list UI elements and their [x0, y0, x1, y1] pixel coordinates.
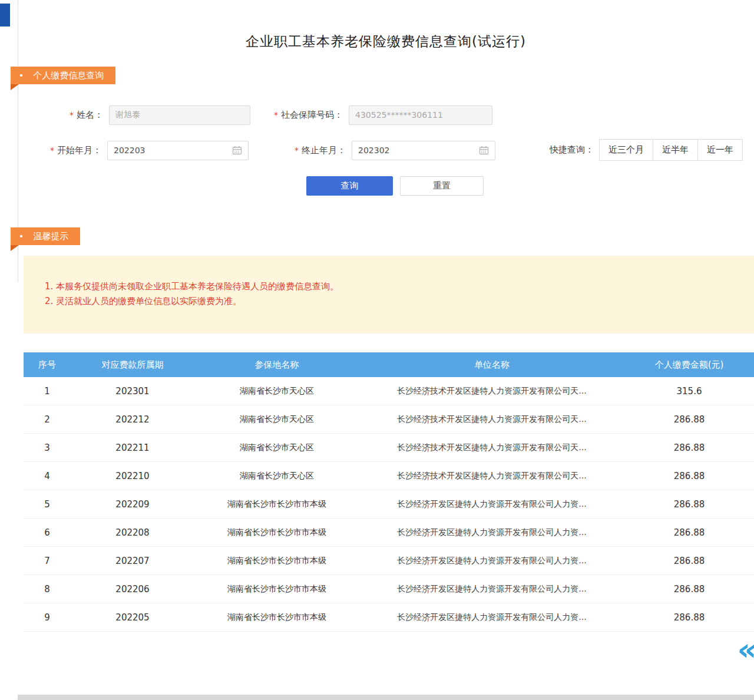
cell-company: 长沙经济开发区捷特人力资源开发有限公司人力资...	[359, 527, 624, 538]
table-row: 8202206湖南省长沙市长沙市市本级长沙经济开发区捷特人力资源开发有限公司人力…	[24, 575, 754, 603]
name-value: 谢旭泰	[115, 110, 140, 120]
cell-area: 湖南省长沙市长沙市市本级	[194, 612, 359, 623]
cell-period: 202212	[71, 414, 194, 425]
ribbon-fold	[11, 245, 19, 251]
cell-area: 湖南省长沙市天心区	[194, 386, 359, 397]
cell-seq: 7	[24, 556, 71, 566]
name-label: *姓名：	[70, 110, 103, 121]
header-cell-period: 对应费款所属期	[71, 359, 194, 371]
header-cell-area: 参保地名称	[194, 359, 359, 371]
cell-amount: 315.6	[624, 386, 754, 397]
cell-period: 202207	[71, 556, 194, 566]
cell-amount: 286.88	[624, 584, 754, 595]
cell-area: 湖南省长沙市天心区	[194, 414, 359, 425]
collapse-chevron-icon[interactable]: «	[736, 634, 754, 665]
table-row: 4202210湖南省长沙市天心区长沙经济技术开发区捷特人力资源开发有限公司天..…	[24, 462, 754, 490]
cell-company: 长沙经济技术开发区捷特人力资源开发有限公司天...	[359, 471, 624, 481]
calendar-icon[interactable]	[232, 146, 242, 155]
payment-table: 序号 对应费款所属期 参保地名称 单位名称 个人缴费金额(元) 1202301湖…	[24, 352, 754, 632]
notice-box: 1. 本服务仅提供尚未领取企业职工基本养老保险待遇人员的缴费信息查询。 2. 灵…	[24, 256, 754, 334]
bottom-scrollbar-track[interactable]	[18, 695, 754, 700]
table-row: 5202209湖南省长沙市长沙市市本级长沙经济开发区捷特人力资源开发有限公司人力…	[24, 490, 754, 519]
cell-period: 202210	[71, 471, 194, 481]
table-row: 9202205湖南省长沙市长沙市市本级长沙经济开发区捷特人力资源开发有限公司人力…	[24, 603, 754, 632]
cell-period: 202208	[71, 527, 194, 538]
ssn-value: 430525******306111	[355, 110, 443, 120]
start-month-input[interactable]: 202203	[107, 141, 249, 160]
end-month-value: 202302	[358, 146, 389, 155]
cell-seq: 2	[24, 414, 71, 425]
required-asterisk: *	[70, 110, 74, 120]
required-asterisk: *	[50, 146, 54, 155]
section-badge-tips-label: 温馨提示	[33, 231, 68, 242]
query-button[interactable]: 查询	[306, 176, 393, 196]
table-header: 序号 对应费款所属期 参保地名称 单位名称 个人缴费金额(元)	[24, 352, 754, 377]
header-cell-seq: 序号	[24, 359, 71, 371]
start-month-label: *开始年月：	[50, 145, 101, 156]
ssn-input[interactable]: 430525******306111	[349, 105, 492, 125]
cell-amount: 286.88	[624, 414, 754, 425]
cell-company: 长沙经济开发区捷特人力资源开发有限公司人力资...	[359, 584, 624, 595]
cell-period: 202211	[71, 443, 194, 453]
end-month-field-group: *终止年月： 202302	[295, 140, 495, 160]
name-field-group: *姓名： 谢旭泰	[70, 105, 250, 125]
required-asterisk: *	[295, 146, 299, 155]
table-body: 1202301湖南省长沙市天心区长沙经济技术开发区捷特人力资源开发有限公司天..…	[24, 377, 754, 632]
cell-company: 长沙经济技术开发区捷特人力资源开发有限公司天...	[359, 414, 624, 425]
notice-line: 2. 灵活就业人员的缴费单位信息以实际缴费为准。	[45, 294, 742, 309]
table-row: 3202211湖南省长沙市天心区长沙经济技术开发区捷特人力资源开发有限公司天..…	[24, 434, 754, 462]
cell-area: 湖南省长沙市天心区	[194, 443, 359, 453]
end-month-input[interactable]: 202302	[352, 141, 495, 160]
cell-company: 长沙经济技术开发区捷特人力资源开发有限公司天...	[359, 386, 624, 397]
cell-seq: 9	[24, 612, 71, 623]
header-cell-amount: 个人缴费金额(元)	[624, 359, 754, 371]
required-asterisk: *	[274, 110, 278, 120]
cell-area: 湖南省长沙市长沙市市本级	[194, 499, 359, 510]
cell-period: 202206	[71, 584, 194, 595]
page-title: 企业职工基本养老保险缴费信息查询(试运行)	[18, 32, 754, 51]
cell-seq: 3	[24, 443, 71, 453]
ribbon-fold	[11, 84, 19, 90]
cell-period: 202209	[71, 499, 194, 510]
cell-period: 202301	[71, 386, 194, 397]
table-row: 1202301湖南省长沙市天心区长沙经济技术开发区捷特人力资源开发有限公司天..…	[24, 377, 754, 405]
reset-button[interactable]: 重置	[400, 176, 484, 196]
quick-option-3months[interactable]: 近三个月	[599, 139, 653, 161]
quick-query-group: 快捷查询： 近三个月 近半年 近一年	[550, 140, 743, 160]
cell-area: 湖南省长沙市长沙市市本级	[194, 584, 359, 595]
section-badge-tips: • 温馨提示	[11, 227, 80, 245]
cell-seq: 6	[24, 527, 71, 538]
cell-area: 湖南省长沙市天心区	[194, 471, 359, 481]
cell-seq: 1	[24, 386, 71, 397]
cell-area: 湖南省长沙市长沙市市本级	[194, 527, 359, 538]
ssn-label: *社会保障号码：	[274, 110, 343, 121]
start-month-value: 202203	[114, 146, 145, 155]
cell-seq: 4	[24, 471, 71, 481]
cell-company: 长沙经济开发区捷特人力资源开发有限公司人力资...	[359, 612, 624, 623]
page: 企业职工基本养老保险缴费信息查询(试运行) • 个人缴费信息查询 *姓名： 谢旭…	[0, 0, 754, 700]
cell-seq: 5	[24, 499, 71, 510]
cell-company: 长沙经济开发区捷特人力资源开发有限公司人力资...	[359, 499, 624, 510]
quick-query-label: 快捷查询：	[550, 144, 594, 156]
table-row: 2202212湖南省长沙市天心区长沙经济技术开发区捷特人力资源开发有限公司天..…	[24, 405, 754, 434]
corner-accent-block	[0, 4, 10, 27]
start-month-field-group: *开始年月： 202203	[50, 140, 249, 160]
bullet-icon: •	[19, 232, 24, 240]
cell-seq: 8	[24, 584, 71, 595]
quick-option-1year[interactable]: 近一年	[697, 139, 743, 161]
form-actions: 查询 重置	[306, 176, 484, 196]
cell-company: 长沙经济开发区捷特人力资源开发有限公司人力资...	[359, 556, 624, 566]
name-input[interactable]: 谢旭泰	[109, 105, 250, 125]
section-badge-query: • 个人缴费信息查询	[11, 67, 115, 84]
cell-area: 湖南省长沙市长沙市市本级	[194, 556, 359, 566]
cell-amount: 286.88	[624, 471, 754, 481]
cell-amount: 286.88	[624, 527, 754, 538]
calendar-icon[interactable]	[479, 146, 489, 155]
table-row: 6202208湖南省长沙市长沙市市本级长沙经济开发区捷特人力资源开发有限公司人力…	[24, 519, 754, 547]
bullet-icon: •	[19, 71, 24, 80]
quick-option-halfyear[interactable]: 近半年	[653, 139, 698, 161]
cell-amount: 286.88	[624, 499, 754, 510]
cell-company: 长沙经济技术开发区捷特人力资源开发有限公司天...	[359, 443, 624, 453]
cell-amount: 286.88	[624, 612, 754, 623]
header-cell-company: 单位名称	[359, 359, 624, 371]
